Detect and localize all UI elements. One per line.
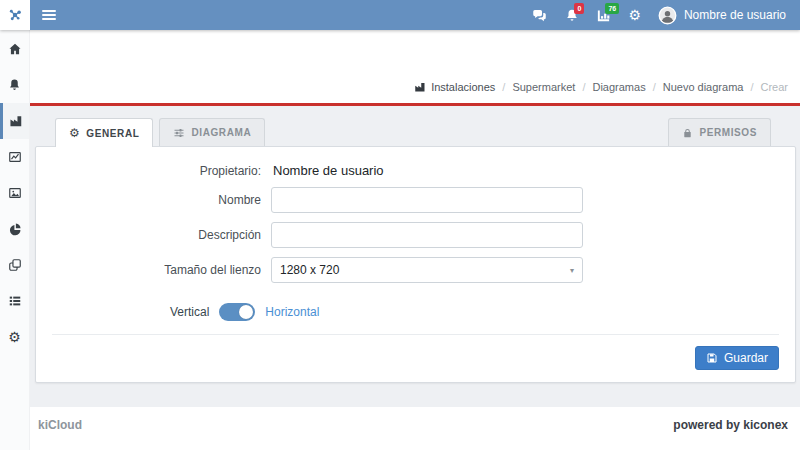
page-footer: kiCloud powered by kiconex [30, 407, 800, 450]
cogs-icon: ⚙ [8, 330, 21, 344]
description-input[interactable] [271, 222, 583, 248]
orientation-vertical-label: Vertical [170, 305, 209, 319]
canvas-size-row: Tamaño del lienzo 1280 x 720 ▾ [52, 257, 779, 283]
name-label: Nombre [52, 193, 271, 207]
breadcrumb-separator: / [582, 81, 585, 93]
breadcrumb: Instalaciones / Supermarket / Diagramas … [414, 81, 788, 93]
list-icon [8, 294, 22, 308]
sidebar-item-home[interactable] [0, 31, 29, 67]
tab-permisos[interactable]: PERMISOS [668, 118, 771, 146]
image-icon [8, 186, 22, 200]
sidebar-item-settings[interactable]: ⚙ [0, 319, 29, 355]
sidebar-item-installations[interactable] [0, 103, 29, 139]
navbar-actions: 0 76 ⚙ [531, 6, 800, 25]
top-navbar: 0 76 ⚙ [0, 0, 800, 30]
sidebar: ⚙ [0, 30, 30, 450]
canvas-size-label: Tamaño del lienzo [52, 263, 271, 277]
footer-powered-by[interactable]: powered by kiconex [673, 418, 788, 450]
breadcrumb-separator: / [653, 81, 656, 93]
kiconex-logo[interactable] [0, 0, 30, 30]
line-chart-icon [8, 150, 22, 164]
sidebar-item-alerts[interactable] [0, 67, 29, 103]
user-menu[interactable]: Nombre de usuario [658, 6, 786, 25]
notifications-bell-icon[interactable]: 0 [565, 8, 579, 23]
tabs-row: ⚙ GENERAL DIAGRAMA [35, 118, 796, 146]
breadcrumb-separator: / [750, 81, 753, 93]
stats-chart-icon[interactable]: 76 [596, 8, 611, 23]
sidebar-item-charts[interactable] [0, 139, 29, 175]
tab-diagrama[interactable]: DIAGRAMA [159, 118, 265, 146]
canvas-size-select[interactable]: 1280 x 720 ▾ [271, 257, 583, 283]
card-divider [52, 334, 779, 335]
canvas-size-value: 1280 x 720 [280, 263, 339, 277]
general-form-card: Propietario: Nombre de usuario Nombre De… [35, 146, 796, 383]
breadcrumb-new-diagram[interactable]: Nuevo diagrama [663, 81, 744, 93]
toggle-knob [239, 305, 253, 319]
user-name: Nombre de usuario [684, 8, 786, 22]
breadcrumb-supermarket[interactable]: Supermarket [512, 81, 575, 93]
breadcrumb-create: Crear [760, 81, 788, 93]
name-input[interactable] [271, 187, 583, 213]
card-actions: Guardar [52, 346, 779, 374]
factory-icon [9, 114, 23, 128]
kiconex-logo-icon [4, 4, 26, 26]
owner-value: Nombre de usuario [271, 163, 384, 178]
save-icon [706, 352, 718, 364]
owner-row: Propietario: Nombre de usuario [52, 163, 779, 178]
orientation-row: Vertical Horizontal [170, 303, 779, 321]
bell-icon [8, 78, 21, 92]
orientation-horizontal-label[interactable]: Horizontal [265, 305, 319, 319]
tab-general[interactable]: ⚙ GENERAL [55, 118, 153, 147]
factory-icon [414, 81, 426, 93]
save-button[interactable]: Guardar [695, 346, 779, 370]
sidebar-item-dashboards[interactable] [0, 211, 29, 247]
stats-badge: 76 [605, 3, 619, 14]
orientation-toggle[interactable] [219, 303, 255, 321]
description-label: Descripción [52, 228, 271, 242]
clone-icon [8, 258, 22, 272]
content-area: ⚙ GENERAL DIAGRAMA [30, 106, 800, 407]
app-window: 0 76 ⚙ [0, 0, 800, 450]
sidebar-item-diagrams[interactable] [0, 247, 29, 283]
menu-toggle-icon[interactable] [42, 8, 56, 22]
name-row: Nombre [52, 187, 779, 213]
breadcrumb-diagrams[interactable]: Diagramas [592, 81, 645, 93]
breadcrumb-installations[interactable]: Instalaciones [414, 81, 495, 93]
chat-icon[interactable] [531, 8, 548, 23]
gear-icon: ⚙ [69, 127, 80, 139]
description-row: Descripción [52, 222, 779, 248]
chevron-down-icon: ▾ [570, 266, 574, 275]
main-area: Instalaciones / Supermarket / Diagramas … [30, 30, 800, 450]
pie-chart-icon [8, 222, 22, 236]
avatar [658, 6, 677, 25]
page-header: Instalaciones / Supermarket / Diagramas … [30, 30, 800, 103]
sidebar-item-images[interactable] [0, 175, 29, 211]
footer-brand: kiCloud [38, 418, 82, 450]
sidebar-item-lists[interactable] [0, 283, 29, 319]
notifications-badge: 0 [574, 3, 584, 14]
settings-cogs-icon[interactable]: ⚙ [628, 8, 641, 22]
lock-icon [682, 127, 693, 139]
sliders-icon [173, 127, 185, 139]
owner-label: Propietario: [52, 164, 271, 178]
breadcrumb-separator: / [502, 81, 505, 93]
home-icon [8, 42, 22, 56]
